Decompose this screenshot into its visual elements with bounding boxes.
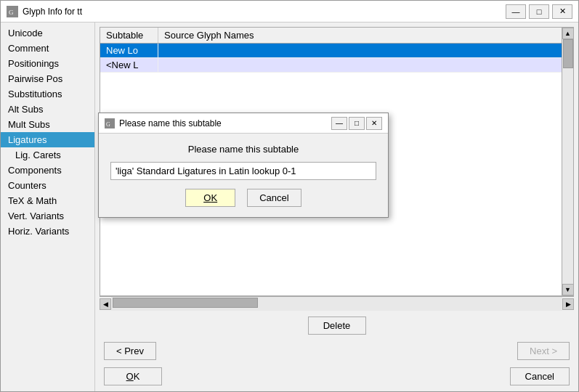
ok-label: OK bbox=[126, 371, 140, 382]
ok-button[interactable]: OK bbox=[104, 367, 162, 385]
col-subtable-header: Subtable bbox=[100, 28, 158, 43]
delete-row: Delete bbox=[95, 311, 578, 338]
minimize-button[interactable]: — bbox=[506, 4, 526, 19]
sidebar-item-ligatures[interactable]: Ligatures bbox=[1, 132, 94, 147]
dialog-title-controls: — □ ✕ bbox=[331, 117, 382, 130]
title-bar: G Glyph Info for tt — □ ✕ bbox=[1, 1, 578, 23]
window-title: Glyph Info for tt bbox=[23, 7, 506, 17]
sidebar-item-positioning[interactable]: Positionings bbox=[1, 56, 94, 71]
col-source-header: Source Glyph Names bbox=[158, 28, 573, 43]
scroll-up-button[interactable]: ▲ bbox=[562, 28, 574, 39]
sidebar-item-comment[interactable]: Comment bbox=[1, 41, 94, 56]
window-controls: — □ ✕ bbox=[506, 4, 572, 19]
table-cell-subtable: New Lo bbox=[100, 44, 158, 57]
svg-text:G: G bbox=[106, 121, 110, 128]
sidebar-item-mult-subs[interactable]: Mult Subs bbox=[1, 117, 94, 132]
scroll-left-button[interactable]: ◀ bbox=[100, 298, 111, 310]
table-row[interactable]: <New L bbox=[100, 58, 573, 73]
cancel-bottom-button[interactable]: Cancel bbox=[510, 367, 570, 385]
dialog-label: Please name this subtable bbox=[110, 144, 376, 155]
scroll-right-button[interactable]: ▶ bbox=[562, 298, 574, 310]
scroll-thumb-y[interactable] bbox=[563, 39, 573, 68]
table-header: Subtable Source Glyph Names bbox=[100, 28, 573, 44]
sidebar-item-alt-subs[interactable]: Alt Subs bbox=[1, 102, 94, 117]
delete-button[interactable]: Delete bbox=[308, 317, 366, 335]
sidebar-item-horiz-variants[interactable]: Horiz. Variants bbox=[1, 224, 94, 239]
dialog-ok-label: OK bbox=[203, 192, 217, 203]
table-row[interactable]: New Lo bbox=[100, 44, 573, 58]
dialog-close-button[interactable]: ✕ bbox=[366, 117, 382, 130]
close-button[interactable]: ✕ bbox=[552, 4, 572, 19]
sidebar-item-unicode[interactable]: Unicode bbox=[1, 25, 94, 41]
sidebar-item-substitutions[interactable]: Substitutions bbox=[1, 86, 94, 102]
table-cell-source bbox=[158, 58, 573, 72]
app-icon: G bbox=[7, 6, 18, 17]
subtable-name-input[interactable] bbox=[110, 162, 376, 180]
dialog-title-text: Please name this subtable bbox=[119, 118, 331, 128]
dialog-cancel-button[interactable]: Cancel bbox=[247, 189, 301, 207]
scroll-down-button[interactable]: ▼ bbox=[562, 284, 574, 295]
bottom-row: OK Cancel bbox=[95, 364, 578, 391]
table-cell-source bbox=[158, 44, 573, 57]
dialog-body: Please name this subtable OK Cancel bbox=[99, 134, 388, 217]
table-cell-subtable: <New L bbox=[100, 58, 158, 72]
sidebar-item-vert-variants[interactable]: Vert. Variants bbox=[1, 208, 94, 224]
sidebar-item-pairwise-pos[interactable]: Pairwise Pos bbox=[1, 71, 94, 86]
sidebar-item-tex-math[interactable]: TeX & Math bbox=[1, 193, 94, 208]
scroll-track-x bbox=[111, 297, 562, 311]
dialog-icon: G bbox=[105, 118, 115, 128]
sidebar-item-components[interactable]: Components bbox=[1, 163, 94, 178]
scrollbar-x-area: ◀ ▶ bbox=[100, 296, 574, 311]
sidebar-item-counters[interactable]: Counters bbox=[1, 178, 94, 193]
scroll-thumb-x[interactable] bbox=[113, 298, 258, 308]
nav-row: < Prev Next > bbox=[95, 338, 578, 364]
scroll-track-y bbox=[562, 39, 573, 284]
dialog-minimize-button[interactable]: — bbox=[331, 117, 347, 130]
sidebar-item-lig-carets[interactable]: Lig. Carets bbox=[1, 147, 94, 163]
dialog-ok-button[interactable]: OK bbox=[185, 189, 235, 207]
svg-text:G: G bbox=[9, 9, 14, 16]
dialog-maximize-button[interactable]: □ bbox=[349, 117, 365, 130]
dialog[interactable]: G Please name this subtable — □ ✕ Please… bbox=[98, 113, 389, 218]
dialog-title-bar: G Please name this subtable — □ ✕ bbox=[99, 113, 388, 134]
scrollbar-y[interactable]: ▲ ▼ bbox=[562, 28, 573, 295]
sidebar: UnicodeCommentPositioningsPairwise PosSu… bbox=[1, 23, 95, 391]
maximize-button[interactable]: □ bbox=[529, 4, 549, 19]
dialog-actions: OK Cancel bbox=[110, 189, 376, 207]
next-button[interactable]: Next > bbox=[517, 342, 570, 360]
prev-button[interactable]: < Prev bbox=[104, 342, 156, 360]
